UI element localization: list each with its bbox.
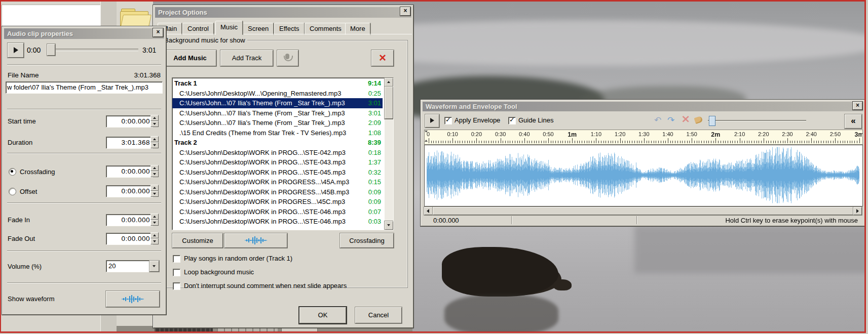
delete-track-button[interactable]: ×	[371, 50, 394, 66]
zoom-slider-track[interactable]	[708, 120, 806, 121]
delete-keypoints-icon[interactable]: ×	[681, 114, 690, 123]
track-file-row[interactable]: C:\Users\John\Desktop\WORK in PROG...\ST…	[172, 207, 383, 217]
ruler-label: 2:10	[734, 131, 745, 137]
ok-button[interactable]: OK	[299, 307, 346, 323]
duration-stepper[interactable]	[150, 136, 159, 148]
tab-control[interactable]: Control	[182, 23, 214, 35]
track-file-row[interactable]: .\15 End Credits (Theme from Star Trek -…	[172, 128, 383, 138]
waveform-scrollbar[interactable]	[424, 207, 862, 215]
fade-out-stepper[interactable]	[150, 232, 159, 244]
apply-envelope-checkbox[interactable]	[444, 117, 452, 124]
track-duration: 3:01	[368, 108, 381, 118]
offset-radio[interactable]	[9, 188, 16, 195]
zoom-slider-handle[interactable]	[709, 116, 715, 126]
timeline-ruler[interactable]: 00:100:200:300:400:501m1:101:201:301:401…	[424, 130, 863, 145]
fade-in-input[interactable]: 0:00.000	[106, 214, 153, 226]
scroll-right-button[interactable]	[853, 207, 862, 215]
waveform-dialog-titlebar[interactable]: Waveform and Envelope Tool	[423, 102, 863, 111]
fade-in-stepper[interactable]	[150, 214, 159, 226]
waveform-position-readout: 0:00.000	[433, 217, 459, 224]
scroll-left-button[interactable]	[424, 207, 433, 215]
track-header-row[interactable]: Track 28:39	[172, 138, 383, 148]
track-file-row[interactable]: C:\Users\John\Desktop\WORK in PROG...\ST…	[172, 157, 383, 168]
audio-dialog-close-button[interactable]: ×	[153, 28, 163, 37]
volume-dropdown-button[interactable]	[149, 261, 159, 272]
collapse-button[interactable]: «	[845, 114, 862, 129]
track-file-row[interactable]: C:\Users\John...\07 Ilia's Theme (From _…	[172, 98, 383, 108]
waveform-dialog-close-button[interactable]: ×	[853, 102, 862, 110]
track-file-row[interactable]: C:\Users\John\Desktop\W...\Opening_Remas…	[172, 89, 383, 99]
file-path-input[interactable]: w folder\07 Ilia's Theme (From _Star Tre…	[6, 81, 163, 94]
island-reflection	[444, 295, 558, 333]
track-file-row[interactable]: C:\Users\John\Desktop\WORK in PROG...\ST…	[172, 148, 383, 158]
guide-lines-checkbox[interactable]	[508, 117, 516, 124]
dont-interrupt-checkbox[interactable]	[173, 282, 180, 290]
ruler-label: 1:20	[615, 131, 625, 137]
track-file-row[interactable]: C:\Users\John\Desktop\WORK in PROGRES...…	[172, 197, 383, 207]
track-file-row[interactable]: C:\Users\John\Desktop\WORK in PROG...\ST…	[172, 168, 383, 178]
record-voiceover-button[interactable]	[277, 50, 298, 66]
start-time-input[interactable]: 0:00.000	[106, 115, 153, 128]
add-track-button[interactable]: Add Track	[220, 50, 273, 66]
tab-music[interactable]: Music	[215, 21, 243, 35]
random-order-checkbox[interactable]	[173, 255, 180, 263]
ruler-label: 2:30	[782, 131, 792, 137]
stepper-up-icon	[153, 216, 156, 218]
track-header-row[interactable]: Track 19:14	[172, 78, 383, 89]
volume-dropdown[interactable]: 20	[106, 260, 160, 272]
add-music-button[interactable]: Add Music	[164, 50, 216, 66]
fade-in-label: Fade In	[8, 216, 30, 224]
audio-dialog-titlebar[interactable]: Audio clip properties	[4, 28, 164, 39]
crossfading-radio[interactable]	[9, 168, 16, 176]
ruler-label: 1:40	[662, 131, 673, 137]
loop-music-checkbox[interactable]	[173, 269, 180, 276]
tab-effects[interactable]: Effects	[274, 23, 305, 35]
undo-icon[interactable]: ↶	[654, 116, 661, 124]
tab-screen[interactable]: Screen	[243, 23, 274, 35]
waveform-play-button[interactable]	[425, 114, 439, 128]
seek-slider-handle[interactable]	[47, 44, 55, 56]
waveform-panel[interactable]	[424, 145, 863, 206]
crossfading-button[interactable]: Crossfading	[340, 233, 394, 248]
duration-input[interactable]: 3:01.368	[106, 137, 153, 149]
audio-clip-properties-dialog: Audio clip properties × 0:00 3:01 File N…	[2, 26, 166, 315]
scroll-up-button[interactable]	[385, 78, 393, 87]
crossfading-input[interactable]: 0:00.000	[106, 165, 153, 178]
offset-stepper[interactable]	[150, 185, 159, 197]
track-file-path: C:\Users\John\Desktop\WORK in PROG...\ST…	[172, 169, 346, 176]
play-icon	[430, 118, 434, 123]
waveform-tool-button[interactable]	[224, 233, 287, 248]
eraser-brush-icon[interactable]	[694, 116, 703, 124]
track-file-row[interactable]: C:\Users\John\Desktop\WORK in PROGRESS..…	[172, 177, 383, 187]
seek-slider-track[interactable]	[48, 49, 138, 51]
track-file-row[interactable]: C:\Users\John\Desktop\WORK in PROGRESS..…	[172, 187, 383, 197]
track-file-row[interactable]: C:\Users\John...\07 Ilia's Theme (From _…	[172, 108, 383, 118]
track-list-scrollbar[interactable]	[385, 78, 393, 230]
customize-button[interactable]: Customize	[172, 233, 223, 248]
track-file-row[interactable]: C:\Users\John...\07 Ilia's Theme (From _…	[172, 118, 383, 128]
waveform-scroll-thumb[interactable]	[433, 207, 853, 215]
screenshot-root: Project Options × Main Control Music Scr…	[0, 0, 868, 334]
scroll-thumb[interactable]	[385, 87, 393, 119]
envelope-marker-icon[interactable]	[425, 131, 428, 133]
music-track-list[interactable]: Track 19:14C:\Users\John\Desktop\W...\Op…	[172, 77, 394, 230]
show-waveform-button[interactable]	[106, 291, 160, 307]
fade-out-input[interactable]: 0:00.000	[106, 233, 153, 245]
start-time-stepper[interactable]	[150, 115, 159, 127]
track-file-path: C:\Users\John\Desktop\WORK in PROGRESS..…	[172, 178, 349, 186]
cancel-button[interactable]: Cancel	[355, 307, 402, 323]
crossfading-stepper[interactable]	[150, 165, 159, 177]
waveform-hint-text: Hold Ctrl key to erase keypoint(s) with …	[725, 217, 858, 224]
tab-more[interactable]: More	[345, 23, 370, 35]
offset-input[interactable]: 0:00.000	[106, 185, 153, 197]
track-duration: 0:15	[368, 177, 381, 187]
project-options-dialog: Project Options × Main Control Music Scr…	[153, 5, 413, 328]
track-file-row[interactable]: C:\Users\John\Desktop\WORK in PROG...\ST…	[172, 217, 383, 227]
stepper-down-icon	[153, 222, 156, 224]
redo-icon[interactable]: ↷	[667, 116, 674, 124]
track-file-path: C:\Users\John\Desktop\WORK in PROG...\ST…	[172, 149, 346, 156]
tab-comments[interactable]: Comments	[305, 23, 347, 35]
audio-play-button[interactable]	[8, 43, 24, 58]
scroll-down-button[interactable]	[385, 221, 393, 230]
envelope-marker-icon[interactable]	[425, 140, 428, 142]
